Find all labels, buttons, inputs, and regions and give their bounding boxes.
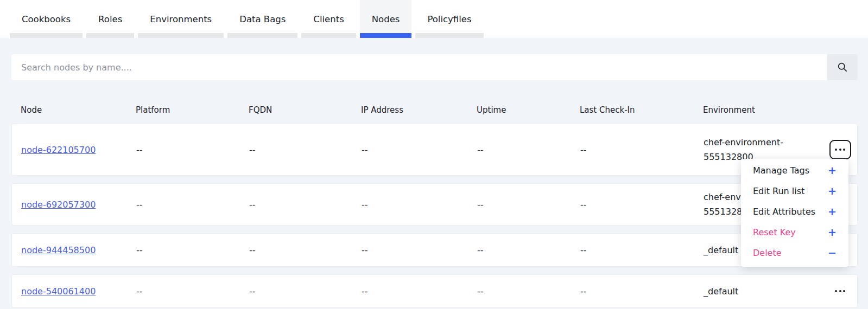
table-row: node-540061400 -- -- -- -- -- _default: [11, 274, 858, 308]
tab-nodes[interactable]: Nodes: [360, 0, 412, 38]
ip-address-cell: --: [362, 199, 477, 210]
platform-cell: --: [136, 199, 249, 210]
fqdn-cell: --: [249, 245, 362, 255]
menu-item-manage-tags[interactable]: Manage Tags +: [741, 160, 848, 181]
tab-clients[interactable]: Clients: [301, 0, 356, 38]
plus-icon: +: [828, 186, 837, 196]
column-header-platform: Platform: [136, 105, 249, 115]
row-actions-button[interactable]: [829, 140, 851, 159]
tab-environments[interactable]: Environments: [138, 0, 224, 38]
column-header-fqdn: FQDN: [249, 105, 361, 115]
tab-label: Cookbooks: [22, 14, 71, 24]
uptime-cell: --: [477, 145, 580, 155]
fqdn-cell: --: [249, 145, 362, 155]
tab-label: Environments: [150, 14, 212, 24]
tab-label: Roles: [98, 14, 122, 24]
ellipsis-icon: [835, 290, 845, 292]
plus-icon: +: [828, 165, 837, 176]
table-header: Node Platform FQDN IP Address Uptime Las…: [11, 96, 858, 124]
tab-cookbooks[interactable]: Cookbooks: [10, 0, 83, 38]
last-check-in-cell: --: [580, 145, 704, 155]
menu-item-label: Edit Run list: [753, 186, 804, 196]
tab-label: Clients: [313, 14, 344, 24]
tab-roles[interactable]: Roles: [86, 0, 134, 38]
minus-icon: −: [828, 248, 837, 258]
uptime-cell: --: [477, 199, 580, 210]
row-actions-button[interactable]: [832, 287, 848, 295]
uptime-cell: --: [477, 245, 580, 255]
last-check-in-cell: --: [580, 286, 704, 297]
search-button[interactable]: [827, 54, 858, 80]
column-header-uptime: Uptime: [477, 105, 580, 115]
plus-icon: +: [828, 207, 837, 217]
table-row: node-944458500 -- -- -- -- -- _default: [11, 233, 858, 267]
node-link[interactable]: node-540061400: [21, 286, 96, 297]
table-row: node-622105700 -- -- -- -- -- chef-envir…: [11, 124, 858, 176]
menu-item-label: Reset Key: [753, 227, 796, 237]
column-header-environment: Environment: [703, 105, 822, 115]
node-link[interactable]: node-944458500: [21, 245, 96, 255]
column-header-node: Node: [11, 105, 136, 115]
node-link[interactable]: node-692057300: [21, 199, 96, 210]
ip-address-cell: --: [362, 245, 477, 255]
menu-item-edit-attributes[interactable]: Edit Attributes +: [741, 201, 848, 222]
menu-item-delete[interactable]: Delete −: [741, 242, 848, 263]
search-input[interactable]: [11, 54, 827, 80]
menu-item-label: Manage Tags: [753, 165, 809, 176]
column-header-ip-address: IP Address: [361, 105, 477, 115]
tabs-bar: Cookbooks Roles Environments Data Bags C…: [0, 0, 868, 38]
nodes-table: Node Platform FQDN IP Address Uptime Las…: [11, 96, 858, 308]
menu-item-reset-key[interactable]: Reset Key +: [741, 222, 848, 242]
environment-cell: _default: [704, 284, 790, 299]
ip-address-cell: --: [362, 145, 477, 155]
ellipsis-icon: [835, 149, 845, 151]
column-header-last-check-in: Last Check-In: [580, 105, 703, 115]
tab-label: Nodes: [372, 14, 400, 24]
platform-cell: --: [136, 245, 249, 255]
platform-cell: --: [136, 145, 249, 155]
tab-data-bags[interactable]: Data Bags: [227, 0, 297, 38]
menu-item-label: Delete: [753, 248, 782, 258]
plus-icon: +: [828, 227, 837, 237]
search-bar: [11, 54, 858, 80]
table-row: node-692057300 -- -- -- -- -- chef-envir…: [11, 183, 858, 226]
fqdn-cell: --: [249, 199, 362, 210]
tab-policyfiles[interactable]: Policyfiles: [415, 0, 483, 38]
ip-address-cell: --: [362, 286, 477, 297]
last-check-in-cell: --: [580, 199, 704, 210]
tab-label: Policyfiles: [427, 14, 471, 24]
fqdn-cell: --: [249, 286, 362, 297]
row-actions-menu: Manage Tags + Edit Run list + Edit Attri…: [741, 159, 848, 267]
search-icon: [837, 62, 848, 73]
node-link[interactable]: node-622105700: [21, 145, 96, 155]
menu-item-edit-run-list[interactable]: Edit Run list +: [741, 181, 848, 201]
uptime-cell: --: [477, 286, 580, 297]
menu-item-label: Edit Attributes: [753, 207, 815, 217]
last-check-in-cell: --: [580, 245, 704, 255]
tab-label: Data Bags: [239, 14, 286, 24]
platform-cell: --: [136, 286, 249, 297]
